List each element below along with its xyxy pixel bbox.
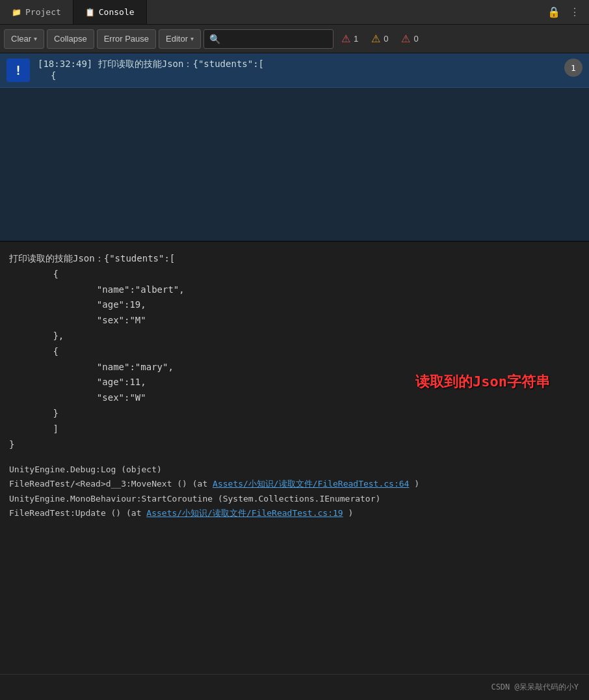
message-line2: { — [38, 70, 556, 81]
editor-label: Editor — [166, 34, 188, 44]
info-count-button[interactable]: ⚠ 0 — [396, 29, 423, 49]
stack-line5-suffix: ) — [348, 508, 353, 518]
message-type-icon: ! — [7, 59, 30, 82]
more-options-icon[interactable]: ⋮ — [569, 6, 580, 18]
error-count-button[interactable]: ⚠ 1 — [336, 29, 363, 49]
error-pause-button[interactable]: Error Pause — [97, 29, 156, 49]
console-top-panel: ! [18:32:49] 打印读取的技能Json：{"students":[ {… — [0, 53, 589, 242]
search-input[interactable] — [224, 34, 328, 44]
console-message-row[interactable]: ! [18:32:49] 打印读取的技能Json：{"students":[ {… — [0, 53, 589, 88]
info-badge-icon: ⚠ — [401, 33, 410, 45]
stack-line2-text: FileReadTest/<Read>d__3:MoveNext () (at — [9, 479, 207, 489]
message-text: 打印读取的技能Json：{"students":[ — [98, 59, 264, 69]
message-timestamp: [18:32:49] — [38, 59, 92, 69]
clear-button[interactable]: Clear ▾ — [4, 29, 44, 49]
tab-console-label: Console — [99, 7, 135, 17]
warning-count: 0 — [384, 34, 388, 44]
tab-project-label: Project — [25, 7, 61, 17]
warning-badge-icon: ⚠ — [371, 33, 380, 45]
error-badge-icon: ⚠ — [341, 33, 350, 45]
stack-line4: UnityEngine.MonoBehaviour:StartCoroutine… — [9, 492, 580, 506]
warning-count-button[interactable]: ⚠ 0 — [366, 29, 393, 49]
clear-label: Clear — [11, 34, 31, 44]
stack-link2[interactable]: Assets/小知识/读取文件/FileReadTest.cs:19 — [146, 508, 343, 518]
code-detail: 打印读取的技能Json：{"students":[ { "name":"albe… — [9, 251, 580, 452]
console-detail-panel: 打印读取的技能Json：{"students":[ { "name":"albe… — [0, 242, 589, 674]
stack-line2: FileReadTest/<Read>d__3:MoveNext () (at … — [9, 477, 580, 491]
stack-link1[interactable]: Assets/小知识/读取文件/FileReadTest.cs:64 — [213, 479, 409, 489]
console-icon: 📋 — [85, 8, 95, 17]
footer-text: CSDN @呆呆敲代码的小Y — [491, 682, 579, 693]
stack-line5: FileReadTest:Update () (at Assets/小知识/读取… — [9, 506, 580, 520]
stack-line5-prefix: FileReadTest:Update () (at — [9, 508, 146, 518]
message-line1: [18:32:49] 打印读取的技能Json：{"students":[ — [38, 59, 556, 70]
stack-line1: UnityEngine.Debug:Log (object) — [9, 463, 580, 477]
error-pause-label: Error Pause — [104, 34, 149, 44]
tab-bar: 📁 Project 📋 Console 🔒 ⋮ — [0, 0, 589, 25]
footer: CSDN @呆呆敲代码的小Y — [0, 674, 589, 700]
editor-button[interactable]: Editor ▾ — [159, 29, 201, 49]
tab-console[interactable]: 📋 Console — [73, 0, 147, 24]
tab-project[interactable]: 📁 Project — [0, 0, 73, 24]
editor-caret-icon: ▾ — [190, 35, 194, 42]
message-count-badge: 1 — [564, 59, 582, 77]
watermark-label: 读取到的Json字符串 — [415, 372, 550, 392]
message-content: [18:32:49] 打印读取的技能Json：{"students":[ { — [38, 59, 556, 81]
collapse-button[interactable]: Collapse — [47, 29, 94, 49]
error-count: 1 — [354, 34, 358, 44]
search-icon: 🔍 — [209, 34, 220, 44]
project-icon: 📁 — [12, 8, 21, 17]
stack-line2-suffix: ) — [414, 479, 419, 489]
console-toolbar: Clear ▾ Collapse Error Pause Editor ▾ 🔍 … — [0, 25, 589, 53]
info-count: 0 — [413, 34, 418, 44]
clear-caret-icon: ▾ — [34, 35, 37, 42]
search-box[interactable]: 🔍 — [203, 29, 334, 49]
collapse-label: Collapse — [54, 34, 87, 44]
lock-icon[interactable]: 🔒 — [547, 6, 560, 18]
stack-trace: UnityEngine.Debug:Log (object) FileReadT… — [9, 463, 580, 520]
tab-bar-actions: 🔒 ⋮ — [547, 6, 589, 18]
